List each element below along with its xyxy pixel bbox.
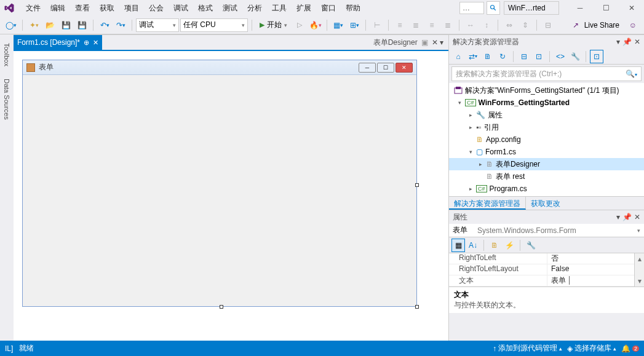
pin-panel-icon[interactable]: 📌 bbox=[622, 38, 632, 46]
chevron-down-icon[interactable]: ▾ bbox=[467, 149, 474, 155]
menu-edit[interactable]: 编辑 bbox=[46, 1, 70, 15]
se-code-icon[interactable]: <> bbox=[554, 50, 567, 63]
tree-form1-rest-node[interactable]: 🗎 表单 rest bbox=[449, 170, 644, 183]
menu-view[interactable]: 查看 bbox=[70, 1, 95, 15]
se-refresh-icon[interactable]: ↻ bbox=[496, 50, 509, 63]
prop-value[interactable]: 表单 bbox=[547, 275, 634, 286]
close-tab-icon[interactable]: ✕ bbox=[93, 39, 98, 47]
maximize-button[interactable]: ☐ bbox=[597, 1, 614, 15]
menu-format[interactable]: 格式 bbox=[193, 1, 218, 15]
se-switch-icon[interactable]: ⇄▾ bbox=[466, 50, 480, 63]
platform-combo[interactable]: 任何 CPU▾ bbox=[180, 18, 248, 32]
tree-solution-node[interactable]: 解决方案"WinForms_GettingStarted" (1/1 项目) bbox=[449, 84, 644, 97]
prop-value[interactable]: False bbox=[547, 264, 634, 275]
se-preview-icon[interactable]: ⊡ bbox=[590, 50, 603, 63]
alphabetical-icon[interactable]: A↓ bbox=[466, 239, 480, 252]
props-row-rtl[interactable]: RightToLeft 否 bbox=[449, 253, 634, 264]
search-button[interactable] bbox=[487, 1, 500, 15]
promote-icon[interactable]: ▣ bbox=[421, 38, 428, 47]
search-icon[interactable]: 🔍▾ bbox=[626, 69, 637, 78]
props-row-rtllayout[interactable]: RightToLeftLayout False bbox=[449, 264, 634, 275]
save-all-button[interactable]: 💾 bbox=[74, 18, 89, 33]
menu-debug[interactable]: 调试 bbox=[169, 1, 193, 15]
open-button[interactable]: 📂 bbox=[42, 18, 57, 33]
form-client-area[interactable] bbox=[23, 75, 416, 306]
pin-icon[interactable]: ⊕ bbox=[84, 39, 89, 47]
toolbar-btn-b[interactable]: ⊞▾ bbox=[347, 18, 362, 33]
props-row-text[interactable]: 文本 表单 bbox=[449, 275, 634, 287]
feedback-button[interactable]: ☺ bbox=[626, 18, 640, 33]
liveshare-icon[interactable]: ↗ bbox=[568, 18, 583, 33]
menu-test[interactable]: 测试 bbox=[218, 1, 242, 15]
chevron-right-icon[interactable]: ▸ bbox=[467, 124, 474, 130]
scroll-up-icon[interactable]: ▴ bbox=[638, 255, 642, 263]
tree-program-node[interactable]: ▸ C# Program.cs bbox=[449, 183, 644, 195]
window-dropdown-icon[interactable]: ▾ bbox=[616, 38, 620, 46]
properties-grid[interactable]: RightToLeft 否 RightToLeftLayout False 文本… bbox=[449, 253, 634, 287]
sb-add-source-control[interactable]: ↑添加到源代码管理▴ bbox=[493, 343, 562, 354]
se-tab-changes[interactable]: 获取更改 bbox=[526, 197, 565, 210]
minimize-button[interactable]: ─ bbox=[571, 1, 589, 15]
menu-file[interactable]: 文件 bbox=[21, 1, 46, 15]
configuration-combo[interactable]: 调试▾ bbox=[136, 18, 179, 32]
undo-button[interactable]: ↶▾ bbox=[97, 18, 112, 33]
new-item-button[interactable]: ✦▾ bbox=[26, 18, 41, 33]
sb-il-tag: IL] bbox=[5, 344, 13, 353]
menu-build[interactable]: 公会 bbox=[144, 1, 169, 15]
chevron-right-icon[interactable]: ▸ bbox=[467, 186, 474, 192]
chevron-down-icon[interactable]: ▾ bbox=[456, 100, 463, 106]
scroll-down-icon[interactable]: ▾ bbox=[638, 277, 642, 285]
nav-back-button[interactable]: ◯ ▾ bbox=[4, 18, 18, 33]
se-properties-icon[interactable]: 🔧 bbox=[568, 50, 582, 63]
tree-form1-node[interactable]: ▾ ▢ Form1.cs bbox=[449, 146, 644, 158]
designer-surface[interactable]: 表单 ─ ☐ ✕ bbox=[14, 50, 448, 341]
pin-panel-icon[interactable]: 📌 bbox=[622, 213, 632, 221]
chevron-right-icon[interactable]: ▸ bbox=[467, 112, 474, 118]
props-properties-icon[interactable]: 🗎 bbox=[488, 239, 501, 252]
menu-window[interactable]: 窗口 bbox=[316, 1, 341, 15]
start-nodebug-button[interactable]: ▷ bbox=[292, 18, 307, 33]
menu-extensions[interactable]: 扩展 bbox=[292, 1, 316, 15]
menu-tools[interactable]: 工具 bbox=[267, 1, 292, 15]
se-sync-icon[interactable]: 🗎 bbox=[481, 50, 495, 63]
liveshare-label[interactable]: Live Share bbox=[584, 21, 619, 30]
categorized-icon[interactable]: ▦ bbox=[451, 239, 465, 252]
tree-project-node[interactable]: ▾ C# WinForms_GettingStarted bbox=[449, 97, 644, 109]
menu-get[interactable]: 获取 bbox=[95, 1, 119, 15]
close-all-icon[interactable]: ✕ ▾ bbox=[432, 38, 443, 47]
menu-project[interactable]: 项目 bbox=[119, 1, 144, 15]
tree-references-node[interactable]: ▸ ▪▫ 引用 bbox=[449, 121, 644, 133]
events-icon[interactable]: ⚡ bbox=[503, 239, 516, 252]
se-search-input[interactable]: 搜索解决方案资源管理器 (Ctrl+;) 🔍▾ bbox=[451, 66, 642, 81]
se-home-icon[interactable]: ⌂ bbox=[451, 50, 465, 63]
tree-form1-designer-node[interactable]: ▸ 🗎 表单Designer bbox=[449, 158, 644, 170]
sb-notifications[interactable]: 🔔2 bbox=[621, 344, 639, 353]
props-wrench-icon[interactable]: 🔧 bbox=[524, 239, 538, 252]
search-input[interactable] bbox=[459, 2, 484, 14]
close-panel-icon[interactable]: ✕ bbox=[634, 38, 640, 46]
datasources-tab[interactable]: Data Sources bbox=[2, 75, 12, 124]
toolbar-btn-a[interactable]: ▦▾ bbox=[331, 18, 346, 33]
chevron-right-icon[interactable]: ▸ bbox=[477, 161, 483, 167]
form-preview[interactable]: 表单 ─ ☐ ✕ bbox=[22, 60, 417, 307]
sb-select-repo[interactable]: ◈选择存储库▴ bbox=[567, 343, 616, 354]
redo-button[interactable]: ↷▾ bbox=[113, 18, 128, 33]
save-button[interactable]: 💾 bbox=[58, 18, 73, 33]
properties-object-combo[interactable]: 表单 System.Windows.Forms.Form ▾ bbox=[449, 224, 644, 237]
tree-properties-node[interactable]: ▸ 🔧 属性 bbox=[449, 109, 644, 121]
se-tab-explorer[interactable]: 解决方案资源管理器 bbox=[449, 197, 526, 210]
tree-appconfig-node[interactable]: 🗎 App.config bbox=[449, 133, 644, 146]
se-showall-icon[interactable]: ⊡ bbox=[532, 50, 546, 63]
window-dropdown-icon[interactable]: ▾ bbox=[616, 213, 620, 221]
menu-help[interactable]: 帮助 bbox=[341, 1, 365, 15]
props-scrollbar[interactable]: ▴▾ bbox=[634, 253, 644, 287]
close-panel-icon[interactable]: ✕ bbox=[634, 213, 640, 221]
hot-reload-button[interactable]: 🔥▾ bbox=[308, 18, 323, 33]
document-tab-form1[interactable]: Form1.cs [Design]* ⊕ ✕ bbox=[14, 35, 102, 50]
prop-value[interactable]: 否 bbox=[547, 253, 634, 264]
toolbox-tab[interactable]: Toolbox bbox=[2, 39, 12, 70]
menu-analyze[interactable]: 分析 bbox=[242, 1, 267, 15]
se-collapse-icon[interactable]: ⊟ bbox=[517, 50, 531, 63]
close-button[interactable]: ✕ bbox=[623, 1, 640, 15]
start-debug-button[interactable]: ▶开始▾ bbox=[256, 18, 291, 32]
